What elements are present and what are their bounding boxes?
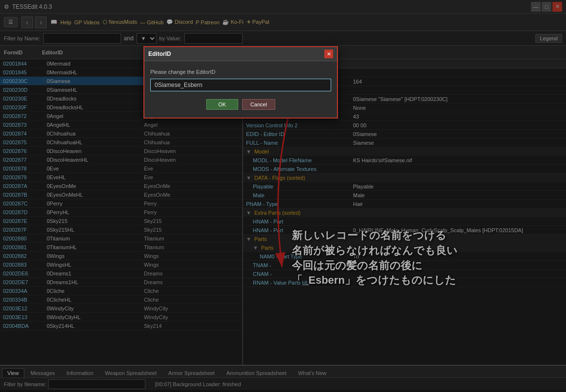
dialog-titlebar: EditorID ✕ xyxy=(144,47,337,61)
dialog-buttons: OK Cancel xyxy=(150,99,331,110)
dialog-close-button[interactable]: ✕ xyxy=(324,50,333,58)
dialog-instruction-label: Please change the EditorID xyxy=(150,69,331,75)
dialog-cancel-button[interactable]: Cancel xyxy=(242,99,275,110)
editorid-dialog: EditorID ✕ Please change the EditorID OK… xyxy=(143,46,338,119)
editorid-input[interactable] xyxy=(150,79,331,91)
dialog-body: Please change the EditorID OK Cancel xyxy=(144,61,337,118)
dialog-ok-button[interactable]: OK xyxy=(206,99,238,110)
dialog-overlay: EditorID ✕ Please change the EditorID OK… xyxy=(0,0,566,392)
dialog-title: EditorID xyxy=(148,51,171,57)
